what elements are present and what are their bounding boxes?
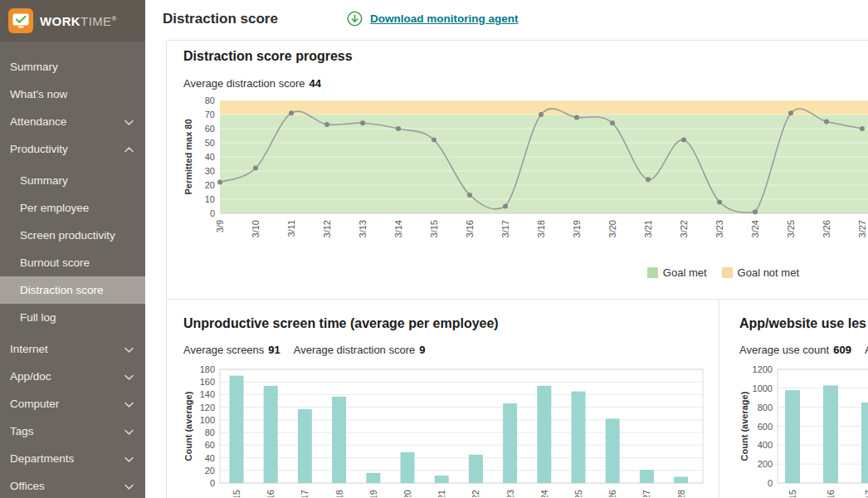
svg-text:3/20: 3/20 <box>607 220 617 237</box>
svg-text:3/20: 3/20 <box>402 490 412 497</box>
stat-value: 609 <box>833 344 851 356</box>
chevron-down-icon <box>124 115 134 128</box>
card-stats: Average screens91 Average distraction sc… <box>183 344 425 356</box>
svg-text:0: 0 <box>210 478 215 488</box>
brand-name: WORKTIME® <box>40 14 117 28</box>
sidebar-item-label: Productivity <box>10 143 68 155</box>
svg-text:60: 60 <box>205 124 215 134</box>
svg-text:3/11: 3/11 <box>286 220 296 237</box>
svg-text:180: 180 <box>200 364 215 374</box>
svg-text:3/21: 3/21 <box>643 220 653 237</box>
legend-label: Goal not met <box>738 266 799 279</box>
svg-text:3/16: 3/16 <box>465 220 475 237</box>
svg-text:Permitted max 80: Permitted max 80 <box>183 119 193 194</box>
svg-text:400: 400 <box>758 440 773 450</box>
svg-text:3/13: 3/13 <box>358 220 368 237</box>
sidebar-item-computer[interactable]: Computer <box>0 390 145 417</box>
sidebar-item-attendance[interactable]: Attendance <box>0 108 145 135</box>
svg-text:3/19: 3/19 <box>368 490 378 497</box>
sidebar-item-departments[interactable]: Departments <box>0 445 145 472</box>
svg-text:3/18: 3/18 <box>334 490 344 497</box>
svg-text:600: 600 <box>758 422 773 432</box>
chevron-down-icon <box>124 398 134 410</box>
sidebar-item-summary[interactable]: Summary <box>0 53 145 81</box>
svg-text:3/15: 3/15 <box>788 490 797 497</box>
svg-text:Count (average): Count (average) <box>739 391 749 461</box>
sidebar-item-what-s-now[interactable]: What's now <box>0 81 145 108</box>
svg-text:50: 50 <box>205 138 215 148</box>
chevron-down-icon <box>124 452 134 465</box>
sidebar-subitem-distraction-score[interactable]: Distraction score <box>0 276 145 304</box>
svg-text:3/9: 3/9 <box>215 220 225 232</box>
svg-text:3/18: 3/18 <box>536 220 546 237</box>
svg-text:3/16: 3/16 <box>826 490 836 497</box>
sidebar-item-label: Internet <box>10 343 48 355</box>
svg-text:3/22: 3/22 <box>679 220 689 237</box>
svg-text:140: 140 <box>200 389 215 399</box>
worktime-logo: WORKTIME® <box>0 0 145 42</box>
svg-text:0: 0 <box>210 208 215 218</box>
card-title: Unproductive screen time (average per em… <box>183 316 499 331</box>
card-title: App/website use les <box>739 316 866 331</box>
stat-value: 44 <box>309 77 320 90</box>
sidebar-subitem-per-employee[interactable]: Per employee <box>0 194 145 222</box>
stat-average-screens: Average screens91 <box>183 344 280 356</box>
sidebar-item-app-doc[interactable]: App/doc <box>0 363 145 390</box>
sidebar-item-label: Screen productivity <box>20 229 115 242</box>
sidebar-item-label: Distraction score <box>20 284 104 296</box>
stat-label: Average distraction score <box>183 77 305 90</box>
sidebar-item-productivity[interactable]: Productivity <box>0 135 145 163</box>
svg-text:3/21: 3/21 <box>436 490 446 497</box>
sidebar-item-label: Per employee <box>20 202 89 214</box>
sidebar-item-label: Summary <box>20 174 68 187</box>
page-header: Distraction score Download monitoring ag… <box>145 0 868 40</box>
svg-text:3/16: 3/16 <box>266 490 276 497</box>
stat-partial: A <box>865 344 868 356</box>
stat-average-distraction-score: Average distraction score9 <box>294 344 426 356</box>
svg-text:40: 40 <box>205 453 215 463</box>
svg-text:1200: 1200 <box>753 364 773 374</box>
sidebar-item-internet[interactable]: Internet <box>0 335 145 363</box>
sidebar-nav: SummaryWhat's nowAttendanceProductivityS… <box>0 42 145 498</box>
svg-text:800: 800 <box>758 403 773 413</box>
svg-text:3/17: 3/17 <box>300 490 310 497</box>
distraction-score-progress-card: Distraction score progress Average distr… <box>166 40 868 299</box>
svg-text:80: 80 <box>205 95 215 105</box>
svg-text:3/23: 3/23 <box>505 490 515 497</box>
svg-text:20: 20 <box>205 466 215 476</box>
download-monitoring-agent-link[interactable]: Download monitoring agent <box>347 11 519 27</box>
svg-text:120: 120 <box>200 403 215 413</box>
sidebar-item-label: Attendance <box>10 115 66 128</box>
svg-text:3/24: 3/24 <box>539 490 549 497</box>
svg-text:3/17: 3/17 <box>500 220 510 237</box>
svg-text:0: 0 <box>768 478 773 488</box>
sidebar-item-label: Computer <box>10 398 59 410</box>
stat-label: Average screens <box>183 344 264 356</box>
stat-average-distraction-score: Average distraction score44 <box>183 77 321 90</box>
download-link-label: Download monitoring agent <box>370 12 519 25</box>
stat-average-use-count: Average use count609 <box>739 344 851 356</box>
sidebar-subitem-summary[interactable]: Summary <box>0 167 145 194</box>
stat-label: Average distraction score <box>294 344 415 356</box>
worktime-dashboard: WORKTIME® SummaryWhat's nowAttendancePro… <box>0 0 868 498</box>
sidebar-subitem-screen-productivity[interactable]: Screen productivity <box>0 222 145 249</box>
svg-text:3/19: 3/19 <box>572 220 582 237</box>
worktime-logo-icon <box>8 8 33 33</box>
svg-text:3/25: 3/25 <box>786 220 796 237</box>
svg-text:160: 160 <box>200 377 215 387</box>
distraction-progress-line-chart: 010203040506070803/93/103/113/123/133/14… <box>183 95 868 252</box>
sidebar-item-label: Offices <box>10 480 45 492</box>
svg-text:3/10: 3/10 <box>251 220 261 237</box>
sidebar-item-offices[interactable]: Offices <box>0 472 145 498</box>
app-website-use-bar-chart: 0200400600800100012003/153/163/17Count (… <box>739 364 868 498</box>
chevron-down-icon <box>124 343 134 355</box>
sidebar-subitem-burnout-score[interactable]: Burnout score <box>0 249 145 276</box>
svg-text:3/26: 3/26 <box>822 220 831 237</box>
sidebar-item-tags[interactable]: Tags <box>0 417 145 445</box>
sidebar-subitem-full-log[interactable]: Full log <box>0 304 145 331</box>
legend-goal-met: Goal met <box>647 266 707 279</box>
svg-text:3/12: 3/12 <box>322 220 332 237</box>
card-stats: Average distraction score44 <box>183 77 321 90</box>
svg-text:3/23: 3/23 <box>714 220 724 237</box>
svg-text:3/14: 3/14 <box>393 220 403 237</box>
